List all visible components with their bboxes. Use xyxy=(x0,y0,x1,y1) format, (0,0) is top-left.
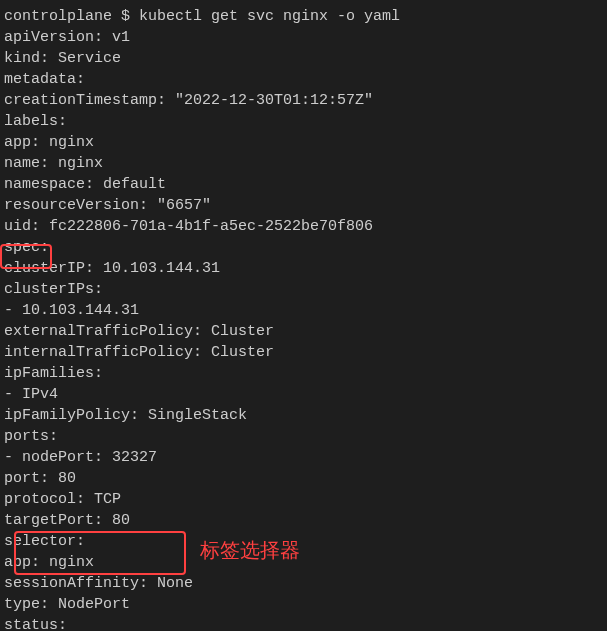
yaml-metadata: metadata: xyxy=(4,69,603,90)
yaml-apiversion: apiVersion: v1 xyxy=(4,27,603,48)
yaml-port: port: 80 xyxy=(4,468,603,489)
yaml-uid: uid: fc222806-701a-4b1f-a5ec-2522be70f80… xyxy=(4,216,603,237)
yaml-ip-family-policy: ipFamilyPolicy: SingleStack xyxy=(4,405,603,426)
yaml-kind: kind: Service xyxy=(4,48,603,69)
yaml-namespace: namespace: default xyxy=(4,174,603,195)
yaml-cluster-ip: clusterIP: 10.103.144.31 xyxy=(4,258,603,279)
yaml-external-traffic-policy: externalTrafficPolicy: Cluster xyxy=(4,321,603,342)
yaml-protocol: protocol: TCP xyxy=(4,489,603,510)
yaml-internal-traffic-policy: internalTrafficPolicy: Cluster xyxy=(4,342,603,363)
yaml-status: status: xyxy=(4,615,603,631)
prompt-path: controlplane xyxy=(4,8,112,25)
command-prompt-line: controlplane $ kubectl get svc nginx -o … xyxy=(4,6,603,27)
yaml-cluster-ips: clusterIPs: xyxy=(4,279,603,300)
yaml-spec: spec: xyxy=(4,237,603,258)
yaml-selector: selector: xyxy=(4,531,603,552)
yaml-name: name: nginx xyxy=(4,153,603,174)
command-text: kubectl get svc nginx -o yaml xyxy=(139,8,400,25)
yaml-cluster-ips-item: - 10.103.144.31 xyxy=(4,300,603,321)
yaml-target-port: targetPort: 80 xyxy=(4,510,603,531)
yaml-label-app: app: nginx xyxy=(4,132,603,153)
yaml-type: type: NodePort xyxy=(4,594,603,615)
yaml-ip-families-item: - IPv4 xyxy=(4,384,603,405)
yaml-session-affinity: sessionAffinity: None xyxy=(4,573,603,594)
annotation-selector-label: 标签选择器 xyxy=(200,536,300,564)
yaml-labels: labels: xyxy=(4,111,603,132)
yaml-creation-timestamp: creationTimestamp: "2022-12-30T01:12:57Z… xyxy=(4,90,603,111)
prompt-symbol: $ xyxy=(121,8,130,25)
yaml-ports: ports: xyxy=(4,426,603,447)
yaml-node-port: - nodePort: 32327 xyxy=(4,447,603,468)
yaml-selector-app: app: nginx xyxy=(4,552,603,573)
yaml-ip-families: ipFamilies: xyxy=(4,363,603,384)
yaml-resource-version: resourceVersion: "6657" xyxy=(4,195,603,216)
